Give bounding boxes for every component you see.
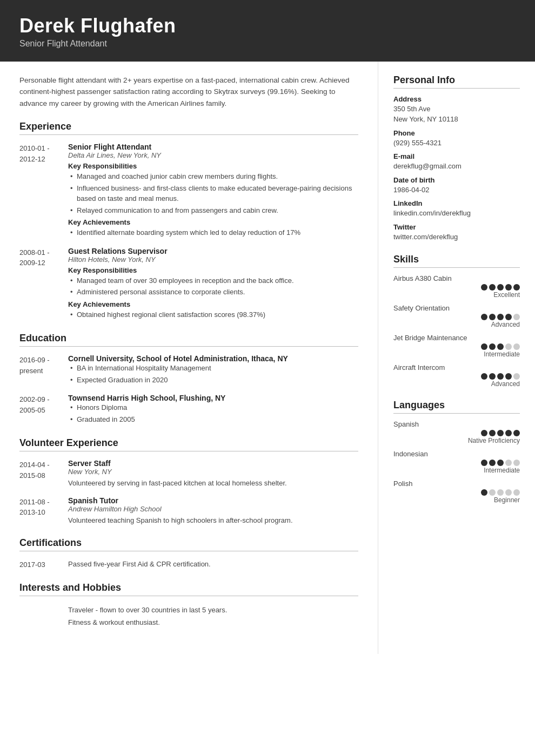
experience-company-1: Delta Air Lines, New York, NY <box>68 151 358 159</box>
list-item: Identified alternate boarding system whi… <box>68 227 358 238</box>
cert-content-1: Passed five-year First Aid & CPR certifi… <box>68 559 358 570</box>
education-dates-2: 2002-09 - 2005-05 <box>19 394 68 426</box>
volunteer-dates-1: 2014-04 - 2015-08 <box>19 459 68 489</box>
cert-desc-1: Passed five-year First Aid & CPR certifi… <box>68 559 358 570</box>
filled-dot <box>505 430 512 436</box>
filled-dot <box>481 460 487 466</box>
filled-dot <box>505 314 512 320</box>
education-content-2: Townsend Harris High School, Flushing, N… <box>68 394 358 426</box>
skill-name: Airbus A380 Cabin <box>393 274 520 282</box>
interests-section: Interests and Hobbies Traveler - flown t… <box>19 582 358 629</box>
filled-dot <box>505 373 512 380</box>
field-label-address: Address <box>393 95 520 103</box>
field-value-dob: 1986-04-02 <box>393 185 520 195</box>
skill-level: Advanced <box>393 321 520 328</box>
list-item: Honors Diploma <box>68 402 358 413</box>
education-bullets-2: Honors Diploma Graduated in 2005 <box>68 402 358 424</box>
skill-level: Excellent <box>393 291 520 299</box>
filled-dot <box>489 314 496 320</box>
experience-achiev-label-2: Key Achievements <box>68 300 358 308</box>
cert-date-1: 2017-03 <box>19 559 68 570</box>
filled-dot <box>489 460 496 466</box>
field-label-phone: Phone <box>393 129 520 137</box>
experience-achiev-label-1: Key Achievements <box>68 218 358 226</box>
experience-dates-1: 2010-01 - 2012-12 <box>19 143 68 239</box>
skill-item: SpanishNative Proficiency <box>393 420 520 444</box>
filled-dot <box>497 373 504 380</box>
filled-dot <box>497 314 504 320</box>
skill-level: Native Proficiency <box>393 437 520 444</box>
volunteer-role-1: Server Staff <box>68 459 358 468</box>
filled-dot <box>505 284 512 291</box>
experience-dates-2: 2008-01 - 2009-12 <box>19 247 68 321</box>
list-item: Administered personal assistance to corp… <box>68 287 358 298</box>
certifications-section: Certifications 2017-03 Passed five-year … <box>19 537 358 570</box>
languages-container: SpanishNative ProficiencyIndonesianInter… <box>393 420 520 504</box>
skill-name: Spanish <box>393 420 520 428</box>
summary-text: Personable flight attendant with 2+ year… <box>19 75 358 110</box>
list-item: BA in International Hospitality Manageme… <box>68 363 358 374</box>
skill-item: Aircraft IntercomAdvanced <box>393 363 520 388</box>
list-item: Managed team of over 30 employees in rec… <box>68 275 358 286</box>
filled-dot <box>497 343 504 350</box>
experience-section: Experience 2010-01 - 2012-12 Senior Flig… <box>19 121 358 321</box>
field-value-address: 350 5th AveNew York, NY 10118 <box>393 104 520 125</box>
empty-dot <box>513 314 520 320</box>
list-item: Obtained highest regional client satisfa… <box>68 309 358 320</box>
volunteer-desc-2: Volunteered teaching Spanish to high sch… <box>68 515 358 526</box>
interests-title: Interests and Hobbies <box>19 582 358 596</box>
education-school-2: Townsend Harris High School, Flushing, N… <box>68 394 358 402</box>
filled-dot <box>513 430 520 436</box>
skill-dots-row <box>393 373 520 380</box>
languages-section: Languages SpanishNative ProficiencyIndon… <box>393 400 520 504</box>
education-entry-1: 2016-09 - present Cornell University, Sc… <box>19 354 358 386</box>
field-value-phone: (929) 555-4321 <box>393 138 520 148</box>
field-label-dob: Date of birth <box>393 176 520 184</box>
filled-dot <box>489 430 496 436</box>
filled-dot <box>481 314 487 320</box>
experience-resp-list-2: Managed team of over 30 employees in rec… <box>68 275 358 298</box>
empty-dot <box>513 460 520 466</box>
skills-section: Skills Airbus A380 CabinExcellentSafety … <box>393 254 520 388</box>
list-item: Expected Graduation in 2020 <box>68 375 358 386</box>
interests-content: Traveler - flown to over 30 countries in… <box>68 604 358 629</box>
experience-entry-1: 2010-01 - 2012-12 Senior Flight Attendan… <box>19 143 358 239</box>
field-label-twitter: Twitter <box>393 223 520 231</box>
filled-dot <box>489 343 496 350</box>
volunteer-entry-1: 2014-04 - 2015-08 Server Staff New York,… <box>19 459 358 489</box>
certifications-title: Certifications <box>19 537 358 551</box>
field-value-twitter: twitter.com/derekflug <box>393 232 520 242</box>
certification-entry-1: 2017-03 Passed five-year First Aid & CPR… <box>19 559 358 570</box>
skill-level: Intermediate <box>393 467 520 474</box>
main-layout: Personable flight attendant with 2+ year… <box>0 62 535 654</box>
volunteer-content-2: Spanish Tutor Andrew Hamilton High Schoo… <box>68 496 358 526</box>
filled-dot <box>489 373 496 380</box>
skill-item: Jet Bridge MaintenanceIntermediate <box>393 334 520 358</box>
field-value-email: derekflug@gmail.com <box>393 161 520 172</box>
personal-info-section: Personal Info Address 350 5th AveNew Yor… <box>393 75 520 242</box>
volunteer-section: Volunteer Experience 2014-04 - 2015-08 S… <box>19 437 358 525</box>
volunteer-entry-2: 2011-08 - 2013-10 Spanish Tutor Andrew H… <box>19 496 358 526</box>
interest-item-2: Fitness & workout enthusiast. <box>68 616 358 629</box>
field-label-email: E-mail <box>393 152 520 160</box>
list-item: Graduated in 2005 <box>68 414 358 425</box>
empty-dot <box>505 460 512 466</box>
experience-achiev-list-2: Obtained highest regional client satisfa… <box>68 309 358 320</box>
skill-dots-row <box>393 489 520 496</box>
volunteer-dates-2: 2011-08 - 2013-10 <box>19 496 68 526</box>
experience-content-2: Guest Relations Supervisor Hilton Hotels… <box>68 247 358 321</box>
field-label-linkedin: LinkedIn <box>393 199 520 207</box>
skill-name: Indonesian <box>393 450 520 458</box>
skill-dots-row <box>393 430 520 436</box>
experience-job-title-2: Guest Relations Supervisor <box>68 247 358 255</box>
left-column: Personable flight attendant with 2+ year… <box>0 62 378 654</box>
skills-title: Skills <box>393 254 520 268</box>
empty-dot <box>513 373 520 380</box>
header: Derek Flughafen Senior Flight Attendant <box>0 0 535 62</box>
volunteer-desc-1: Volunteered by serving in fast-paced kit… <box>68 478 358 489</box>
skill-dots-row <box>393 460 520 466</box>
skill-dots-row <box>393 343 520 350</box>
experience-resp-label-2: Key Responsibilities <box>68 266 358 274</box>
filled-dot <box>497 430 504 436</box>
education-section: Education 2016-09 - present Cornell Univ… <box>19 333 358 426</box>
